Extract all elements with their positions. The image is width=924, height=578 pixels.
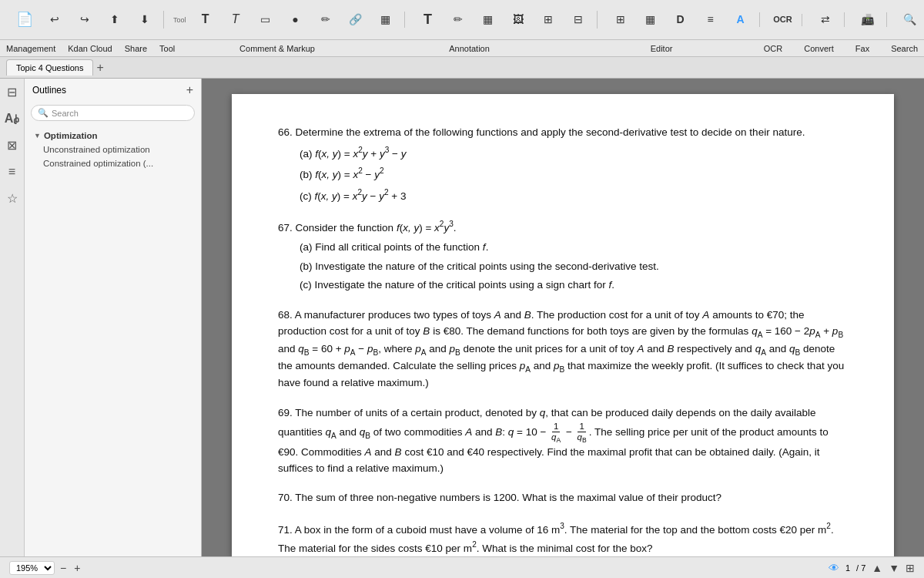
- toolbar-group-search: 🔍: [892, 12, 924, 27]
- editor-grid-icon: ⊞: [616, 14, 625, 25]
- convert-btn[interactable]: ⇄: [812, 12, 839, 27]
- bookmark-icon[interactable]: ☆: [7, 191, 18, 206]
- page-up-btn[interactable]: ▲: [872, 562, 882, 574]
- problem-68-text: 68. A manufacturer produces two types of…: [278, 307, 848, 391]
- page-navigation: 👁 1 / 7 ▲ ▼ ⊞: [829, 562, 915, 574]
- sidebar-add-btn[interactable]: +: [186, 83, 193, 97]
- tree-item-optimization[interactable]: ▼ Optimization: [25, 129, 201, 143]
- problem-67c: (c) Investigate the nature of the critic…: [300, 277, 848, 294]
- problem-66a: (a) f(x, y) = x2y + y3 − y: [300, 144, 848, 162]
- eye-icon[interactable]: 👁: [829, 562, 839, 574]
- annotation-grid2-icon: ⊟: [574, 14, 583, 25]
- circle-tool-btn[interactable]: ●: [282, 12, 310, 27]
- search-icon: 🔍: [903, 14, 916, 25]
- annotation-table-icon: ▦: [483, 14, 493, 25]
- comment-markup-label: Tool: [173, 16, 186, 24]
- menu-fax: Fax: [855, 44, 869, 53]
- page-thumbnail-icon[interactable]: ⊟: [7, 85, 17, 99]
- menu-share[interactable]: Share: [125, 44, 147, 53]
- undo-btn[interactable]: ↩: [41, 12, 69, 27]
- text-icon[interactable]: Aꞗ: [5, 112, 20, 126]
- annotation-grid-btn[interactable]: ⊞: [534, 12, 562, 27]
- page-current: 1: [845, 563, 850, 573]
- menu-editor: Editor: [571, 44, 752, 53]
- ocr-icon: OCR: [773, 15, 792, 24]
- tree-label-optimization: Optimization: [44, 131, 98, 140]
- sidebar-header: Outlines +: [25, 79, 201, 102]
- document-area: 66. Determine the extrema of the followi…: [202, 79, 924, 556]
- zoom-minus-btn[interactable]: −: [58, 562, 69, 574]
- editor-table-btn[interactable]: ▦: [637, 12, 665, 27]
- annotation-image-icon: 🖼: [513, 14, 524, 25]
- toolbar-group-fax: 📠: [849, 12, 887, 27]
- tree-label-constrained: Constrained optimization (...: [43, 159, 153, 168]
- text-style-btn[interactable]: T: [222, 12, 249, 28]
- toolbar-group-file: 📄 ↩ ↪ ⬆ ⬇: [6, 11, 164, 29]
- text-tool-btn[interactable]: T: [192, 12, 219, 28]
- sidebar-search-icon: 🔍: [38, 108, 49, 118]
- annotation-grid-icon: ⊞: [544, 14, 553, 25]
- editor-a-btn[interactable]: A: [727, 12, 755, 27]
- document-scroll[interactable]: 66. Determine the extrema of the followi…: [202, 79, 924, 556]
- editor-grid-btn[interactable]: ⊞: [607, 12, 634, 27]
- sidebar-title: Outlines: [32, 85, 66, 96]
- editor-list-btn[interactable]: ≡: [697, 12, 725, 27]
- fax-btn[interactable]: 📠: [854, 12, 882, 27]
- problem-70-text: 70. The sum of three non-negative number…: [278, 490, 848, 506]
- sidebar-search-placeholder: Search: [52, 109, 79, 118]
- layout-icon[interactable]: ⊠: [7, 138, 17, 153]
- tree-item-unconstrained[interactable]: Unconstrained optimization: [25, 143, 201, 156]
- list-icon[interactable]: ≡: [8, 165, 15, 179]
- stamp-tool-icon: ▦: [380, 14, 390, 25]
- ocr-btn[interactable]: OCR: [769, 14, 797, 26]
- menu-search: Search: [891, 44, 918, 53]
- tab-bar: Topic 4 Questions +: [0, 57, 924, 79]
- shape-tool-btn[interactable]: ▭: [252, 12, 280, 27]
- problem-66b: (b) f(x, y) = x2 − y2: [300, 165, 848, 183]
- link-tool-icon: 🔗: [349, 14, 362, 25]
- redo-btn[interactable]: ↪: [71, 12, 99, 27]
- circle-tool-icon: ●: [292, 14, 298, 25]
- menu-management[interactable]: Management: [6, 44, 55, 53]
- problem-71: 71. A box in the form of a cuboid must h…: [278, 520, 848, 556]
- tab-topic4[interactable]: Topic 4 Questions: [6, 59, 93, 76]
- menu-tool[interactable]: Tool: [159, 44, 175, 53]
- pen-tool-btn[interactable]: ✏: [312, 12, 340, 27]
- zoom-select[interactable]: 195% 100% 150%: [9, 561, 55, 575]
- annotation-text-btn[interactable]: T: [414, 11, 442, 29]
- convert-icon: ⇄: [821, 14, 830, 25]
- new-doc-btn[interactable]: 📄: [11, 11, 38, 29]
- link-tool-btn[interactable]: 🔗: [342, 12, 370, 27]
- zoom-plus-btn[interactable]: +: [72, 562, 82, 574]
- text-style-icon: T: [232, 13, 239, 25]
- menu-kdan-cloud[interactable]: Kdan Cloud: [68, 44, 112, 53]
- search-btn[interactable]: 🔍: [896, 12, 924, 27]
- problem-67a: (a) Find all critical points of the func…: [300, 240, 848, 256]
- tree-item-constrained[interactable]: Constrained optimization (...: [25, 156, 201, 170]
- expand-btn[interactable]: ⊞: [906, 562, 915, 574]
- main-toolbar: 📄 ↩ ↪ ⬆ ⬇ Tool T T ▭ ● ✏ 🔗: [0, 0, 924, 40]
- toolbar-group-editor: ⊞ ▦ D ≡ A: [602, 12, 760, 27]
- annotation-pen-btn[interactable]: ✏: [444, 12, 472, 27]
- upload-btn[interactable]: ⬆: [101, 12, 129, 27]
- fax-icon: 📠: [861, 14, 874, 25]
- editor-d-btn[interactable]: D: [667, 12, 695, 27]
- shape-tool-icon: ▭: [260, 14, 270, 25]
- annotation-grid2-btn[interactable]: ⊟: [564, 12, 592, 27]
- tab-add-btn[interactable]: +: [96, 61, 103, 75]
- annotation-table-btn[interactable]: ▦: [474, 12, 502, 27]
- pen-tool-icon: ✏: [321, 14, 330, 25]
- redo-icon: ↪: [80, 14, 89, 25]
- problem-69-text: 69. The number of units of a certain pro…: [278, 405, 848, 476]
- toolbar-group-convert: ⇄: [807, 12, 845, 27]
- stamp-tool-btn[interactable]: ▦: [372, 12, 400, 27]
- editor-a-icon: A: [736, 14, 744, 25]
- problem-67: 67. Consider the function f(x, y) = x2y3…: [278, 218, 848, 294]
- editor-d-icon: D: [676, 14, 684, 25]
- sidebar-search-container[interactable]: 🔍 Search: [31, 105, 195, 121]
- annotation-image-btn[interactable]: 🖼: [504, 12, 532, 27]
- download-btn[interactable]: ⬇: [131, 12, 159, 27]
- bottom-bar: 195% 100% 150% − + 👁 1 / 7 ▲ ▼ ⊞: [0, 556, 924, 578]
- page-down-btn[interactable]: ▼: [889, 562, 899, 574]
- zoom-controls: 195% 100% 150% − +: [9, 561, 82, 575]
